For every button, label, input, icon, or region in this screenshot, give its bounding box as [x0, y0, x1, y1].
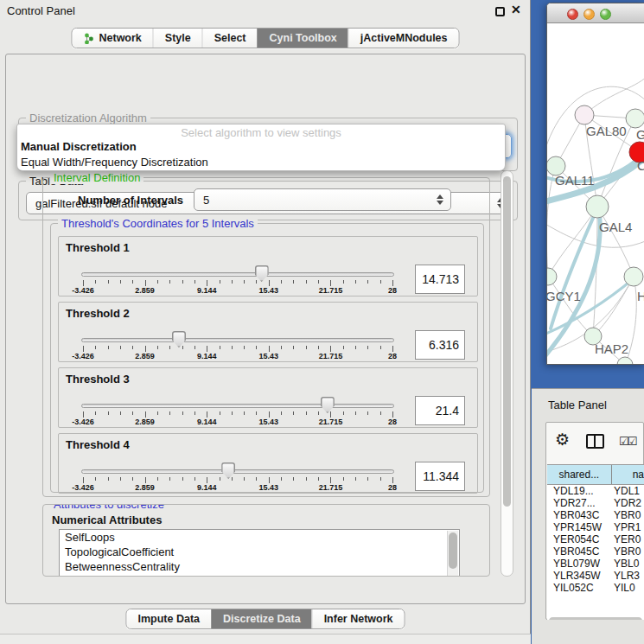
minor-tick [95, 477, 96, 481]
attributes-scrollbar-thumb[interactable] [449, 532, 457, 569]
threshold-value-input[interactable]: 21.4 [415, 396, 465, 425]
column-header-shared-name[interactable]: shared... [547, 465, 612, 484]
minor-tick [220, 346, 220, 349]
main-scrollbar[interactable] [501, 170, 513, 577]
network-edge[interactable] [597, 207, 634, 277]
minor-tick [244, 477, 245, 481]
num-intervals-combo[interactable]: 5 [194, 188, 451, 211]
interval-definition-group: Interval Definition Number of Intervals … [42, 177, 490, 497]
algorithm-options: Manual DiscretizationEqual Width/Frequen… [17, 139, 505, 170]
tick-label: 9.144 [197, 418, 217, 426]
minor-tick [157, 346, 158, 349]
algorithm-option-manual-discretization[interactable]: Manual Discretization [17, 139, 505, 155]
column-header-name[interactable]: na [612, 465, 644, 484]
table-row[interactable]: YBR045CYBR0 [547, 545, 644, 558]
network-node[interactable] [626, 109, 644, 128]
table-row[interactable]: YBR043CYBR0 [547, 509, 644, 521]
minor-tick [108, 346, 109, 349]
close-icon[interactable]: ✕ [511, 3, 521, 16]
table-row[interactable]: YBL079WYBL0 [547, 558, 644, 570]
tab-style[interactable]: Style [153, 29, 202, 48]
threshold-slider-track[interactable] [81, 404, 394, 408]
table-row[interactable]: YIL052CYIL0 [547, 582, 644, 591]
threshold-slider-thumb[interactable] [221, 462, 235, 479]
major-tick [145, 477, 146, 483]
table-row[interactable]: YER054CYER0 [547, 533, 644, 545]
network-node[interactable] [575, 105, 594, 124]
table-panel-title: Table Panel [548, 399, 607, 411]
threshold-panel-1: Threshold 1-3.4262.8599.14415.4321.71528… [58, 236, 478, 296]
threshold-slider-track[interactable] [81, 469, 394, 474]
traffic-light-close-icon[interactable] [567, 9, 578, 20]
threshold-slider-track[interactable] [81, 272, 394, 277]
minor-tick [367, 346, 368, 349]
algorithm-option-equal-width-frequency-discretization[interactable]: Equal Width/Frequency Discretization [17, 155, 505, 170]
minor-tick [306, 477, 307, 481]
threshold-slider-thumb[interactable] [321, 397, 335, 413]
table-row[interactable]: YLR345WYLR3 [547, 570, 644, 582]
minor-tick [306, 411, 307, 415]
minor-tick [318, 280, 319, 284]
major-tick [207, 280, 207, 286]
threshold-slider-thumb[interactable] [172, 331, 186, 348]
attributes-scrollbar[interactable] [447, 531, 458, 577]
tab-select[interactable]: Select [202, 29, 258, 48]
table-horizontal-scrollbar[interactable] [549, 617, 642, 620]
network-node[interactable] [617, 357, 633, 365]
attribute-item-betweennesscentrality[interactable]: BetweennessCentrality [60, 559, 459, 574]
minor-tick [95, 346, 96, 349]
network-edge[interactable] [593, 277, 634, 336]
group-title: Discretization Algorithm [26, 112, 150, 124]
gear-icon[interactable]: ⚙ [555, 431, 570, 448]
table-row[interactable]: YDR27...YDR2 [547, 497, 644, 509]
tab-network[interactable]: Network [72, 29, 152, 48]
minor-tick [120, 477, 121, 481]
attribute-item-topologicalcoefficient[interactable]: TopologicalCoefficient [60, 545, 459, 559]
cell-name: YIL0 [614, 582, 644, 591]
table-row[interactable]: YPR145WYPR1 [547, 521, 644, 533]
major-tick [392, 280, 393, 286]
cell-shared-name: YPR145W [547, 521, 614, 533]
major-tick [269, 346, 270, 352]
table-header: shared... na [547, 464, 644, 485]
select-columns-checkboxes-icon[interactable]: ☑☑ [619, 435, 635, 448]
threshold-value-input[interactable]: 11.344 [415, 462, 465, 491]
network-node[interactable] [547, 268, 557, 285]
table-hscrollbar-thumb[interactable] [549, 617, 642, 620]
network-node-label: HAP2 [595, 341, 628, 356]
main-scrollbar-thumb[interactable] [503, 176, 511, 507]
tab-label: Infer Network [324, 613, 393, 625]
traffic-light-minimize-icon[interactable] [583, 9, 595, 20]
tab-cyni-toolbox[interactable]: Cyni Toolbox [258, 29, 348, 48]
split-columns-icon[interactable] [586, 434, 604, 449]
threshold-slider-track[interactable] [81, 338, 394, 342]
major-tick [330, 411, 331, 418]
network-view[interactable]: GAL80GACGAL11GAL4GCY1HHAP2 [547, 24, 644, 365]
network-node[interactable] [586, 195, 609, 218]
bottom-tab-impute-data[interactable]: Impute Data [126, 609, 211, 628]
threshold-value-input[interactable]: 14.713 [415, 265, 465, 294]
minor-tick [232, 280, 233, 284]
major-tick [330, 280, 331, 286]
float-window-icon[interactable] [495, 7, 505, 16]
minor-tick [293, 346, 294, 349]
network-node[interactable] [624, 267, 643, 286]
tab-jactivemnodules[interactable]: jActiveMNodules [348, 29, 459, 48]
combo-arrows-icon [437, 194, 443, 205]
minor-tick [318, 477, 319, 481]
traffic-light-zoom-icon[interactable] [600, 9, 611, 20]
attribute-item-selfloops[interactable]: SelfLoops [60, 530, 459, 545]
status-strip [0, 634, 531, 644]
network-edge-highlighted[interactable] [547, 278, 634, 335]
major-tick [83, 477, 84, 483]
minor-tick [157, 477, 158, 481]
minor-tick [108, 280, 109, 284]
minor-tick [380, 280, 381, 284]
attribute-items: SelfLoopsTopologicalCoefficientBetweenne… [60, 530, 459, 574]
threshold-value-input[interactable]: 6.316 [415, 330, 465, 360]
table-row[interactable]: YDL19...YDL1 [547, 485, 644, 497]
algorithm-dropdown-popup: Select algorithm to view settings Manual… [16, 124, 506, 171]
bottom-tab-infer-network[interactable]: Infer Network [312, 609, 405, 628]
minor-tick [343, 477, 344, 481]
bottom-tab-discretize-data[interactable]: Discretize Data [211, 609, 312, 628]
